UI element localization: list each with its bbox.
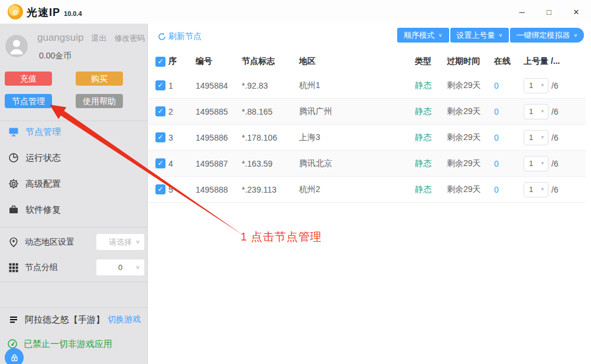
table-row: ✓ 5 1495888 *.239.113 杭州2 静态 剩余29天 0 1 ▼… <box>148 177 586 203</box>
cell-seq: 4 <box>168 159 196 168</box>
cell-region: 上海3 <box>299 132 415 143</box>
header-type: 类型 <box>415 56 447 67</box>
sidebar-item-run-status[interactable]: 运行状态 <box>0 145 148 171</box>
header-region: 地区 <box>299 56 415 67</box>
sidebar-item-label: 运行状态 <box>25 152 61 164</box>
refresh-nodes-link[interactable]: 刷新节点 <box>158 31 202 42</box>
minimize-button[interactable]: ─ <box>513 4 531 20</box>
amount-value: 1 <box>529 133 533 142</box>
status-text: 已禁止一切非游戏应用 <box>24 339 112 350</box>
row-checkbox[interactable]: ✓ <box>155 80 165 90</box>
buy-button[interactable]: 购买 <box>76 72 123 86</box>
cell-node: *.92.83 <box>242 81 299 90</box>
amount-value: 1 <box>529 185 533 194</box>
divider <box>0 282 148 282</box>
maximize-button[interactable]: □ <box>540 4 558 20</box>
caret-down-icon: ▼ <box>540 109 545 114</box>
cell-seq: 1 <box>168 81 196 90</box>
set-amount-button[interactable]: 设置上号量 ∨ <box>450 28 509 43</box>
header-expire: 过期时间 <box>447 56 494 67</box>
divider <box>0 227 148 228</box>
switch-game-link[interactable]: 切换游戏 <box>108 314 141 325</box>
row-checkbox[interactable]: ✓ <box>155 158 165 168</box>
person-icon <box>5 35 28 57</box>
toolbox-icon <box>8 204 19 215</box>
monitor-icon <box>8 126 19 137</box>
change-password-link[interactable]: 修改密码 <box>114 33 145 44</box>
dynamic-region-select[interactable]: 请选择 ∨ <box>96 234 144 250</box>
cell-expire: 剩余29天 <box>447 106 494 117</box>
chevron-down-icon: ∨ <box>573 32 577 38</box>
cell-type: 静态 <box>415 80 447 91</box>
avatar <box>5 35 28 57</box>
node-management-button[interactable]: 节点管理 <box>5 94 52 108</box>
amount-select[interactable]: 1 ▼ <box>524 78 548 93</box>
sidebar-item-node-management[interactable]: 节点管理 <box>0 119 148 145</box>
username: guangsuip <box>37 32 83 44</box>
row-checkbox[interactable]: ✓ <box>155 184 165 194</box>
cell-online: 0 <box>494 81 524 90</box>
amount-max: /6 <box>551 159 558 168</box>
caret-down-icon: ▼ <box>540 161 545 166</box>
table-body: ✓ 1 1495884 *.92.83 杭州1 静态 剩余29天 0 1 ▼ /… <box>148 73 591 203</box>
cell-seq: 2 <box>168 107 196 116</box>
cell-online: 0 <box>494 133 524 142</box>
order-mode-button[interactable]: 顺序模式 ∨ <box>397 28 449 43</box>
row-checkbox[interactable]: ✓ <box>155 106 165 116</box>
amount-value: 1 <box>529 159 533 168</box>
list-icon <box>8 314 19 325</box>
select-value: 0 <box>118 263 122 272</box>
cell-online: 0 <box>494 185 524 194</box>
chevron-down-icon: ∨ <box>135 239 140 245</box>
help-button[interactable]: 使用帮助 <box>76 94 123 108</box>
logout-link[interactable]: 退出 <box>91 33 106 44</box>
lock-icon <box>10 353 19 362</box>
lock-button[interactable] <box>5 348 24 364</box>
table-row: ✓ 2 1495885 *.88.165 腾讯广州 静态 剩余29天 0 1 ▼… <box>148 99 586 125</box>
title-wrap: 光速IP 10.0.4 <box>27 0 82 24</box>
refresh-label: 刷新节点 <box>168 31 202 42</box>
header-id: 编号 <box>196 56 242 67</box>
chevron-down-icon: ∨ <box>135 264 140 270</box>
location-pin-icon <box>8 237 19 248</box>
tutorial-annotation: 1 点击节点管理 <box>241 229 322 245</box>
gear-icon <box>8 178 19 189</box>
table-row: ✓ 4 1495887 *.163.59 腾讯北京 静态 剩余29天 0 1 ▼… <box>148 151 586 177</box>
caret-down-icon: ▼ <box>540 135 545 140</box>
cell-expire: 剩余29天 <box>447 158 494 169</box>
amount-select[interactable]: 1 ▼ <box>524 182 548 197</box>
cell-region: 腾讯北京 <box>299 158 415 169</box>
amount-select[interactable]: 1 ▼ <box>524 156 548 171</box>
window-controls: ─ □ ✕ <box>513 0 585 24</box>
row-checkbox[interactable]: ✓ <box>155 132 165 142</box>
current-game-name: 阿拉德之怒【手游】 <box>25 314 105 326</box>
cell-seq: 5 <box>168 185 196 194</box>
amount-select[interactable]: 1 ▼ <box>524 130 548 145</box>
amount-select[interactable]: 1 ▼ <box>524 104 548 119</box>
app-title: 光速IP <box>27 5 60 20</box>
divider <box>0 307 148 308</box>
bind-emulator-button[interactable]: 一键绑定模拟器 ∨ <box>510 28 584 43</box>
table-row: ✓ 3 1495886 *.178.106 上海3 静态 剩余29天 0 1 ▼… <box>148 125 586 151</box>
titlebar: e 光速IP 10.0.4 ─ □ ✕ <box>0 0 591 24</box>
recharge-button[interactable]: 充值 <box>5 72 52 86</box>
chevron-down-icon: ∨ <box>498 32 502 38</box>
user-line: guangsuip 退出 修改密码 <box>37 32 145 44</box>
logo-letter: e <box>13 7 18 16</box>
sidebar: guangsuip 退出 修改密码 0.00金币 充值 购买 节点管理 使用帮助… <box>0 24 148 364</box>
cell-type: 静态 <box>415 132 447 143</box>
cell-expire: 剩余29天 <box>447 80 494 91</box>
sidebar-item-advanced-config[interactable]: 高级配置 <box>0 171 148 197</box>
cell-id: 1495886 <box>196 133 242 142</box>
header-seq: 序 <box>168 56 196 67</box>
close-button[interactable]: ✕ <box>567 4 585 20</box>
amount-value: 1 <box>529 107 533 116</box>
select-all-checkbox[interactable]: ✓ <box>155 57 165 67</box>
main-panel: 刷新节点 顺序模式 ∨ 设置上号量 ∨ 一键绑定模拟器 ∨ ✓ 序 编号 节点标… <box>148 24 591 364</box>
node-group-label: 节点分组 <box>25 262 58 273</box>
cell-id: 1495885 <box>196 107 242 116</box>
refresh-icon <box>158 32 166 41</box>
app-logo-icon: e <box>8 4 23 20</box>
node-group-select[interactable]: 0 ∨ <box>96 259 144 275</box>
sidebar-item-software-repair[interactable]: 软件修复 <box>0 197 148 223</box>
